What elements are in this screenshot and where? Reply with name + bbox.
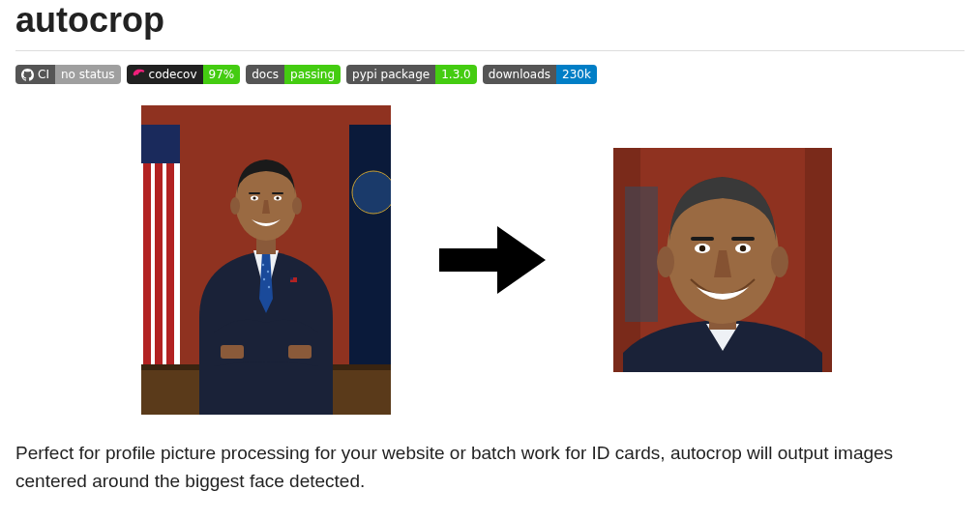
svg-rect-18 — [290, 277, 293, 280]
svg-point-21 — [230, 197, 240, 215]
svg-point-13 — [262, 264, 264, 266]
svg-point-22 — [292, 197, 302, 215]
badge-codecov[interactable]: codecov 97% — [127, 65, 241, 84]
github-icon — [21, 69, 34, 81]
badge-downloads-value: 230k — [556, 65, 597, 84]
badge-row: CI no status codecov 97% docs passing py… — [15, 65, 965, 84]
input-image — [141, 105, 391, 415]
badge-pypi-label: pypi package — [346, 65, 435, 84]
badge-ci-label-text: CI — [38, 65, 49, 84]
output-image — [613, 148, 832, 372]
page-title: autocrop — [15, 0, 965, 51]
svg-rect-11 — [221, 345, 244, 359]
badge-downloads-label: downloads — [483, 65, 556, 84]
svg-point-14 — [267, 271, 269, 273]
badge-codecov-label: codecov — [127, 65, 203, 84]
svg-rect-38 — [691, 237, 714, 241]
badge-docs[interactable]: docs passing — [246, 65, 341, 84]
badge-ci-label: CI — [15, 65, 55, 84]
badge-downloads[interactable]: downloads 230k — [483, 65, 597, 84]
svg-point-26 — [276, 196, 279, 199]
svg-point-25 — [252, 196, 255, 199]
arrow-icon — [439, 226, 546, 294]
description: Perfect for profile picture processing f… — [15, 440, 965, 495]
svg-rect-28 — [272, 192, 283, 194]
badge-codecov-value: 97% — [203, 65, 241, 84]
badge-docs-label: docs — [246, 65, 284, 84]
badge-pypi[interactable]: pypi package 1.3.0 — [346, 65, 477, 84]
svg-point-36 — [657, 246, 674, 277]
svg-rect-6 — [141, 125, 180, 163]
svg-rect-12 — [288, 345, 312, 359]
example-figure — [15, 105, 965, 415]
svg-rect-39 — [731, 237, 755, 241]
svg-point-8 — [352, 171, 391, 214]
svg-rect-33 — [625, 187, 658, 322]
svg-point-15 — [263, 278, 265, 280]
badge-ci[interactable]: CI no status — [15, 65, 121, 84]
svg-rect-32 — [805, 148, 832, 372]
svg-rect-27 — [249, 192, 260, 194]
svg-point-16 — [268, 286, 270, 288]
badge-pypi-value: 1.3.0 — [435, 65, 477, 84]
svg-rect-29 — [439, 248, 499, 272]
codecov-icon — [133, 69, 145, 81]
badge-ci-value: no status — [55, 65, 121, 84]
badge-docs-value: passing — [284, 65, 341, 84]
svg-point-42 — [699, 246, 705, 251]
svg-rect-7 — [349, 125, 391, 366]
svg-point-37 — [771, 246, 788, 277]
svg-point-43 — [740, 246, 746, 251]
badge-codecov-label-text: codecov — [149, 65, 197, 84]
